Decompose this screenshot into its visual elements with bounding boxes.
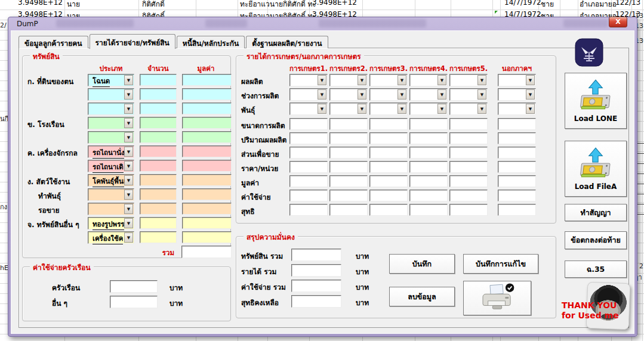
tab-debt-collateral[interactable]: หนี้สิน/หลักประกัน (177, 36, 245, 48)
close-button[interactable]: X (609, 17, 627, 27)
asset-type-combo[interactable]: ทองรูปพรร▼ (88, 217, 134, 230)
asset-value-field[interactable] (182, 217, 232, 229)
income-combo[interactable]: ▼ (289, 74, 328, 86)
chevron-down-icon[interactable]: ▼ (124, 118, 133, 128)
income-text-field[interactable] (369, 147, 408, 159)
asset-qty-field[interactable] (140, 145, 177, 157)
income-text-field[interactable] (329, 147, 368, 159)
chevron-down-icon[interactable]: ▼ (358, 89, 366, 100)
income-text-field[interactable] (369, 190, 408, 202)
asset-qty-field[interactable] (140, 231, 177, 243)
chevron-down-icon[interactable]: ▼ (318, 104, 326, 114)
chevron-down-icon[interactable]: ▼ (318, 89, 326, 100)
income-text-field[interactable] (329, 175, 368, 187)
income-text-field[interactable] (449, 132, 488, 144)
chevron-down-icon[interactable]: ▼ (124, 75, 133, 85)
income-combo[interactable]: ▼ (329, 88, 368, 101)
asset-value-field[interactable] (182, 174, 232, 186)
chevron-down-icon[interactable]: ▼ (124, 218, 133, 228)
load-lone-button[interactable]: Load LONE (565, 73, 627, 129)
chevron-down-icon[interactable]: ▼ (477, 75, 486, 85)
income-combo[interactable]: ▼ (289, 103, 328, 115)
chevron-down-icon[interactable]: ▼ (358, 75, 366, 85)
income-combo[interactable]: ▼ (449, 103, 488, 115)
chevron-down-icon[interactable]: ▼ (124, 89, 133, 100)
income-text-field[interactable] (369, 175, 408, 187)
income-text-field[interactable] (289, 118, 328, 130)
chevron-down-icon[interactable]: ▼ (398, 104, 406, 114)
asset-qty-field[interactable] (140, 131, 177, 143)
asset-value-field[interactable] (182, 88, 232, 100)
chevron-down-icon[interactable]: ▼ (526, 89, 535, 100)
summary-total-field[interactable] (291, 280, 341, 292)
asset-type-combo[interactable]: โคพันธุ์พื้นเ▼ (88, 174, 134, 187)
income-text-field[interactable] (409, 175, 448, 187)
income-text-field[interactable] (409, 190, 448, 202)
assets-total-field[interactable] (181, 246, 232, 258)
asset-qty-field[interactable] (140, 174, 177, 186)
income-text-field[interactable] (289, 132, 328, 144)
income-text-field[interactable] (329, 204, 368, 216)
asset-value-field[interactable] (182, 160, 232, 172)
tab-customer-data[interactable]: ข้อมูลลูกค้ารายคน (19, 36, 88, 48)
summary-total-field[interactable] (291, 295, 341, 308)
income-text-field[interactable] (449, 190, 488, 202)
income-text-field[interactable] (329, 190, 368, 202)
income-combo[interactable]: ▼ (409, 103, 448, 115)
income-text-field[interactable] (289, 175, 328, 187)
income-text-field[interactable] (449, 147, 488, 159)
chevron-down-icon[interactable]: ▼ (358, 104, 366, 114)
save-edit-button[interactable]: บันทึกการแก้ไข (463, 254, 538, 274)
income-text-field[interactable] (409, 147, 448, 159)
asset-type-combo[interactable]: ▼ (88, 103, 134, 115)
income-combo[interactable]: ▼ (329, 74, 368, 86)
asset-qty-field[interactable] (140, 203, 177, 215)
chevron-down-icon[interactable]: ▼ (124, 204, 133, 214)
chevron-down-icon[interactable]: ▼ (437, 104, 446, 114)
print-button[interactable] (463, 281, 531, 315)
contract-button[interactable]: ทำสัญญา (565, 204, 627, 221)
income-text-field[interactable] (498, 118, 536, 130)
income-text-field[interactable] (409, 161, 448, 173)
income-text-field[interactable] (498, 161, 536, 173)
asset-qty-field[interactable] (140, 217, 177, 229)
asset-type-combo[interactable]: ▼ (88, 203, 134, 215)
income-text-field[interactable] (498, 190, 536, 202)
form35-button[interactable]: ฉ.35 (565, 261, 627, 278)
income-text-field[interactable] (449, 204, 488, 216)
asset-type-combo[interactable]: ▼ (88, 188, 134, 201)
income-text-field[interactable] (289, 204, 328, 216)
asset-value-field[interactable] (182, 188, 232, 200)
asset-type-combo[interactable]: ▼ (88, 88, 134, 101)
income-text-field[interactable] (289, 147, 328, 159)
asset-qty-field[interactable] (140, 74, 177, 86)
chevron-down-icon[interactable]: ▼ (526, 104, 535, 114)
chevron-down-icon[interactable]: ▼ (124, 190, 133, 200)
chevron-down-icon[interactable]: ▼ (398, 75, 406, 85)
asset-type-combo[interactable]: ▼ (88, 131, 134, 144)
chevron-down-icon[interactable]: ▼ (124, 161, 133, 171)
asset-value-field[interactable] (182, 131, 232, 143)
chevron-down-icon[interactable]: ▼ (398, 89, 406, 100)
asset-type-combo[interactable]: รถไถนาเดิ▼ (88, 160, 134, 172)
asset-value-field[interactable] (182, 103, 232, 114)
income-text-field[interactable] (409, 118, 448, 130)
chevron-down-icon[interactable]: ▼ (318, 75, 326, 85)
income-text-field[interactable] (498, 175, 536, 187)
income-text-field[interactable] (369, 132, 408, 144)
income-combo[interactable]: ▼ (449, 88, 488, 101)
chevron-down-icon[interactable]: ▼ (124, 132, 133, 142)
income-text-field[interactable] (369, 118, 408, 130)
save-button[interactable]: บันทึก (389, 254, 455, 274)
addendum-button[interactable]: ข้อตกลงต่อท้าย (565, 231, 627, 249)
income-text-field[interactable] (498, 132, 536, 144)
chevron-down-icon[interactable]: ▼ (124, 175, 133, 185)
income-text-field[interactable] (329, 132, 368, 144)
asset-type-combo[interactable]: โฉนด▼ (88, 74, 134, 86)
income-text-field[interactable] (449, 175, 488, 187)
asset-value-field[interactable] (182, 117, 232, 129)
asset-qty-field[interactable] (140, 88, 177, 100)
income-text-field[interactable] (329, 161, 368, 173)
asset-value-field[interactable] (182, 74, 232, 86)
chevron-down-icon[interactable]: ▼ (124, 104, 133, 114)
